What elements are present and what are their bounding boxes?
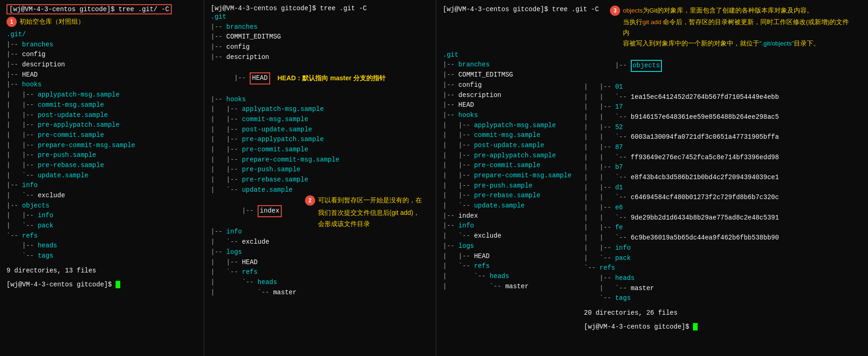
rt-commit-msg: | |-- commit-msg.sample	[443, 130, 582, 141]
right-summary-block: 20 directories, 26 files [wj@VM-4-3-cent…	[584, 308, 862, 330]
rt-obj-pack: | `-- pack	[584, 253, 862, 264]
rt-obj-separator: |-- objects	[584, 50, 862, 82]
rt-index: |-- index	[443, 211, 582, 221]
rt-commit-editmsg: |-- COMMIT_EDITMSG	[443, 70, 582, 80]
mid-commit-msg: | |-- commit-msg.sample	[211, 115, 429, 125]
rt-obj-info: | |-- info	[584, 243, 862, 253]
rt-description: |-- description	[443, 91, 582, 101]
rt-obj-01-hash: | | `-- 1ea15ec6412452d2764b567fd7105444…	[584, 92, 862, 103]
rt-head: |-- HEAD	[443, 100, 582, 110]
left-panel: [wj@VM-4-3-centos gitcode]$ tree .git/ -…	[0, 0, 204, 356]
mid-head-row: |-- HEAD HEAD：默认指向 master 分支的指针	[211, 62, 429, 94]
objects-box: objects	[631, 60, 662, 72]
rt-logs-refs: | `-- refs	[443, 261, 582, 272]
middle-cmd-block: [wj@VM-4-3-centos gitcode]$ tree .git -C	[211, 0, 429, 12]
tree-left-hooks: |-- hooks	[6, 80, 197, 90]
tree-left-refs: `-- refs	[6, 231, 197, 241]
rt-logs-master: | `-- master	[443, 282, 582, 292]
tree-left-exclude: | `-- exclude	[6, 191, 197, 201]
right-top-row: [wj@VM-4-3-centos gitcode]$ tree .git -C…	[443, 6, 862, 49]
rt-pre-push: | |-- pre-push.sample	[443, 181, 582, 191]
mid-update: | `-- update.sample	[211, 185, 429, 195]
bubble2-row: 2 可以看到暂存区一开始是没有的，在	[305, 195, 422, 206]
left-annotation1-text: 初始空仓库（对照组）	[19, 18, 84, 26]
annotation2-line1: 可以看到暂存区一开始是没有的，在	[318, 195, 422, 206]
rt-pre-applypatch: | |-- pre-applypatch.sample	[443, 151, 582, 161]
tree-left-post-update: | |-- post-update.sample	[6, 110, 197, 121]
tree-left-pre-applypatch: | |-- pre-applypatch.sample	[6, 120, 197, 130]
bubble2-icon: 2	[305, 195, 315, 206]
rt-obj-e6: | |-- e6	[584, 203, 862, 213]
left-cmd: [wj@VM-4-3-centos gitcode]$ tree .git/ -…	[6, 6, 197, 13]
right-cursor	[693, 323, 698, 330]
mid-logs-refs: | `-- refs	[211, 267, 297, 278]
head-arrow-icon: HEAD：默认指向 master 分支的指针	[278, 74, 386, 82]
mid-description: |-- description	[211, 52, 429, 63]
mid-index-row: |-- index |-- info | `-- exclude |-- log…	[211, 195, 429, 298]
left-cursor	[116, 281, 120, 288]
rt-pre-commit: | |-- pre-commit.sample	[443, 161, 582, 171]
mid-annotation2: 2 可以看到暂存区一开始是没有的，在 我们首次提交文件信息后(git add)，…	[305, 195, 422, 229]
tree-left-pre-push: | |-- pre-push.sample	[6, 150, 197, 161]
rt-obj-d1-hash: | | `-- c64694584cf480b01273f2c729fd8b6b…	[584, 193, 862, 203]
left-summary: 9 directories, 13 files [wj@VM-4-3-cento…	[6, 266, 197, 288]
mid-logs: |-- logs	[211, 247, 297, 258]
tree-left-root: .git/	[6, 30, 197, 40]
annotation2-line2: 我们首次提交文件信息后(git add)，	[305, 207, 422, 218]
rt-logs-heads: | `-- heads	[443, 272, 582, 282]
rt-refs-tags: `-- tags	[584, 293, 862, 304]
rt-obj-52-hash: | | `-- 6003a130094fa0721df3c0651a477319…	[584, 132, 862, 142]
left-cmd-box: [wj@VM-4-3-centos gitcode]$ tree .git/ -…	[6, 4, 172, 14]
rt-hooks: |-- hooks	[443, 110, 582, 121]
mid-pre-rebase: | |-- pre-rebase.sample	[211, 175, 429, 185]
left-annotation1-block: 1 初始空仓库（对照组）	[6, 17, 197, 27]
rt-obj-87: | |-- 87	[584, 142, 862, 153]
tree-left-branches: |-- branches	[6, 40, 197, 50]
right-tree-container: .git |-- branches |-- COMMIT_EDITMSG |--…	[443, 50, 862, 330]
rt-obj-b7-hash: | | `-- e8f43b4cb3d586b21b0bd4c2f2094394…	[584, 173, 862, 183]
right-cmd: [wj@VM-4-3-centos gitcode]$ tree .git -C	[443, 6, 599, 13]
mid-pre-push: | |-- pre-push.sample	[211, 165, 429, 175]
rt-refs: `-- refs	[584, 263, 862, 273]
tree-left-obj-info: | |-- info	[6, 211, 197, 221]
annotation3-line2: 当执行git add 命令后，暂存区的目录树被更新，同时工作区修改(或新增)的文…	[610, 17, 851, 39]
tree-left-obj-pack: | `-- pack	[6, 221, 197, 231]
annotation2-line3: 会形成该文件目录	[305, 219, 422, 229]
rt-obj-d1: | |-- d1	[584, 183, 862, 193]
rt-obj-17: | |-- 17	[584, 102, 862, 112]
rt-obj-fe: | |-- fe	[584, 223, 862, 233]
left-summary-text: 9 directories, 13 files	[6, 266, 197, 276]
right-prompt: [wj@VM-4-3-centos gitcode]$	[584, 323, 862, 330]
rt-post-update: | |-- post-update.sample	[443, 141, 582, 151]
middle-panel: [wj@VM-4-3-centos gitcode]$ tree .git -C…	[204, 0, 436, 356]
head-box: HEAD	[250, 72, 270, 84]
rt-logs-head: | |-- HEAD	[443, 252, 582, 262]
mid-index-line: |-- index	[211, 195, 297, 227]
tree-left-update: | `-- update.sample	[6, 171, 197, 181]
rt-exclude: | `-- exclude	[443, 231, 582, 241]
tree-left-description: |-- description	[6, 60, 197, 70]
mid-index-col: |-- index |-- info | `-- exclude |-- log…	[211, 195, 297, 298]
rt-info: |-- info	[443, 221, 582, 231]
rt-refs-heads: |-- heads	[584, 273, 862, 284]
tree-left-info: |-- info	[6, 181, 197, 191]
rt-root: .git	[443, 50, 582, 60]
mid-pre-applypatch: | |-- pre-applypatch.sample	[211, 135, 429, 145]
tree-left-applypatch: | |-- applypatch-msg.sample	[6, 90, 197, 100]
annotation3-line1: objects为Git的对象库，里面包含了创建的各种版本库对象及内容。	[623, 6, 813, 16]
mid-logs-head: | |-- HEAD	[211, 258, 297, 268]
mid-exclude: | `-- exclude	[211, 237, 297, 247]
tree-left-pre-commit: | |-- pre-commit.sample	[6, 130, 197, 141]
rt-logs: |-- logs	[443, 241, 582, 252]
right-summary: 20 directories, 26 files	[584, 308, 862, 318]
rt-obj-52: | |-- 52	[584, 123, 862, 133]
mid-post-update: | |-- post-update.sample	[211, 125, 429, 135]
mid-hooks: |-- hooks	[211, 95, 429, 105]
tree-left-pre-rebase: | |-- pre-rebase.sample	[6, 161, 197, 171]
mid-prepare: | |-- prepare-commit-msg.sample	[211, 155, 429, 165]
rt-obj-fe-hash: | | `-- 6c9be36019a5b65dc44ea9f462b6fbb5…	[584, 233, 862, 243]
mid-branches: |-- branches	[211, 22, 429, 32]
right-annotation3: 3 objects为Git的对象库，里面包含了创建的各种版本库对象及内容。 当执…	[610, 6, 851, 49]
rt-refs-heads-master: | `-- master	[584, 284, 862, 294]
mid-pre-commit: | |-- pre-commit.sample	[211, 145, 429, 155]
